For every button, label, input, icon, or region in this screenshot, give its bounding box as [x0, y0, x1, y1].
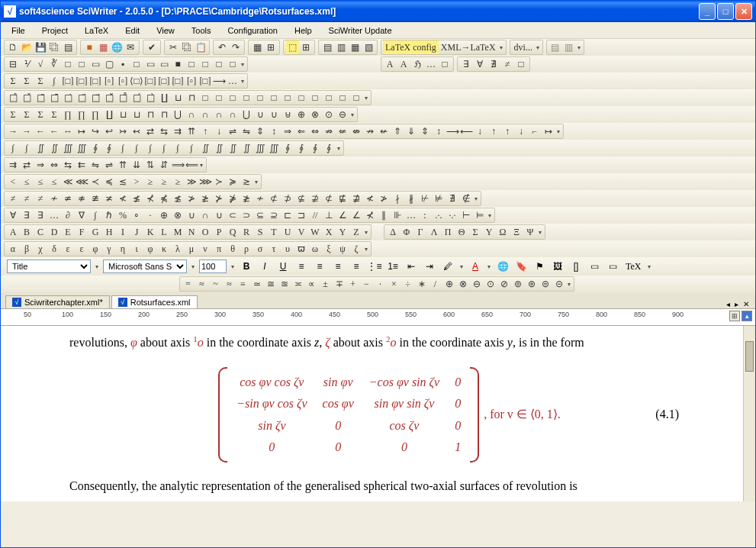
grid-icon[interactable]: ⊞ [299, 40, 313, 54]
font-select[interactable]: Microsoft Sans Serif [103, 259, 187, 273]
symbol-btn-11-14[interactable]: ν [198, 242, 212, 256]
menu-file[interactable]: File [8, 24, 28, 37]
symbol-row-9-dropdown[interactable]: ▾ [487, 212, 493, 219]
greekcap-btn-6[interactable]: Σ [468, 225, 482, 239]
symbol-btn-2-17[interactable]: □ [240, 91, 253, 105]
symbol-btn-3-11[interactable]: ⊓ [157, 108, 171, 121]
list-bullet-button[interactable]: ⋮≡ [367, 259, 382, 274]
tab-next-button[interactable]: ▸ [733, 300, 740, 308]
new-project-icon[interactable]: ▤ [61, 40, 75, 54]
quant-btn-2[interactable]: ∄ [487, 57, 500, 71]
mathop-btn-25[interactable]: ⊛ [525, 277, 539, 291]
symbol-btn-8-17[interactable]: ≵ [240, 192, 253, 205]
symbol-btn-8-0[interactable]: ≠ [6, 192, 20, 205]
symbol-btn-0-7[interactable]: ▢ [102, 57, 116, 71]
symbol-btn-4-39[interactable]: ↦ [542, 124, 555, 138]
mathop-btn-24[interactable]: ⊚ [511, 277, 525, 291]
symbol-btn-10-12[interactable]: M [171, 225, 185, 239]
mathop-btn-0[interactable]: = [182, 277, 195, 291]
symbol-btn-8-31[interactable]: ⊭ [432, 192, 446, 205]
symbol-btn-1-10[interactable]: [□] [143, 74, 157, 88]
symbol-btn-2-20[interactable]: □ [281, 91, 294, 105]
symbol-btn-8-21[interactable]: ⊈ [294, 192, 308, 205]
symbol-btn-4-38[interactable]: ⌐ [528, 124, 542, 138]
symbol-btn-3-23[interactable]: ⊙ [322, 108, 336, 121]
symbol-btn-9-21[interactable]: ⊐ [294, 208, 308, 222]
symbol-btn-3-22[interactable]: ⊗ [308, 108, 322, 121]
symbol-btn-3-8[interactable]: ⊔ [116, 108, 130, 121]
symbol-btn-8-22[interactable]: ⊉ [308, 192, 322, 205]
symbol-btn-9-16[interactable]: ⊂ [226, 208, 240, 222]
symbol-btn-4-4[interactable]: ↔ [61, 124, 75, 138]
symbol-btn-5-19[interactable]: ∭ [267, 141, 281, 155]
greekcap-btn-10[interactable]: Ψ [523, 225, 537, 239]
indent-dec-button[interactable]: ⇤ [404, 259, 419, 274]
symbol-btn-2-1[interactable]: □̌ [20, 91, 34, 105]
symbol-btn-10-1[interactable]: B [20, 225, 34, 239]
web-icon[interactable]: 🌐 [110, 40, 124, 54]
mathop-btn-13[interactable]: − [360, 277, 374, 291]
size-dropdown-icon[interactable]: ▾ [230, 263, 236, 270]
symbol-btn-1-4[interactable]: [□] [61, 74, 75, 88]
symbol-btn-10-11[interactable]: L [157, 225, 171, 239]
menu-edit[interactable]: Edit [122, 24, 143, 37]
font-color-dropdown[interactable]: ▾ [486, 263, 492, 270]
symbol-btn-10-4[interactable]: E [61, 225, 75, 239]
mathop-btn-14[interactable]: · [374, 277, 388, 291]
symbol-btn-5-13[interactable]: ∫ [185, 141, 198, 155]
symbol-btn-4-3[interactable]: ← [47, 124, 61, 138]
symbol-btn-4-12[interactable]: ⇉ [171, 124, 185, 138]
symbol-btn-2-19[interactable]: □ [267, 91, 281, 105]
symbol-btn-10-0[interactable]: A [6, 225, 20, 239]
symbol-btn-0-1[interactable]: ⅟ [20, 57, 34, 71]
italic-button[interactable]: I [257, 259, 272, 274]
symbol-btn-8-28[interactable]: ∤ [391, 192, 404, 205]
symbol-btn-8-19[interactable]: ⊄ [267, 192, 281, 205]
symbol-btn-3-16[interactable]: ∩ [226, 108, 240, 121]
symbol-btn-10-10[interactable]: K [143, 225, 157, 239]
greekcap-dropdown[interactable]: ▾ [537, 229, 543, 236]
layout4-icon[interactable]: ▧ [362, 40, 375, 54]
symbol-btn-8-1[interactable]: ≠ [20, 192, 34, 205]
symbol-btn-5-9[interactable]: ∫ [130, 141, 143, 155]
symbol-btn-6-10[interactable]: ⇅ [143, 158, 157, 172]
mathop-btn-8[interactable]: ≍ [291, 277, 305, 291]
doc-paragraph-1[interactable]: revolutions, φ about axis 1o in the coor… [69, 334, 709, 352]
symbol-btn-9-32[interactable]: ·.· [446, 208, 459, 222]
symbol-btn-11-20[interactable]: υ [281, 242, 294, 256]
symbol-btn-1-0[interactable]: Σ [6, 74, 20, 88]
symbol-btn-3-0[interactable]: Σ [6, 108, 20, 121]
mathop-btn-23[interactable]: ⊘ [497, 277, 511, 291]
symbol-btn-4-24[interactable]: ⇍ [336, 124, 349, 138]
tab-close-button[interactable]: ✕ [742, 300, 751, 308]
mathop-btn-2[interactable]: ~ [209, 277, 223, 291]
symbol-btn-5-14[interactable]: ∬ [198, 141, 212, 155]
latex-config-button[interactable]: LaTeX config [383, 40, 439, 54]
paragraph-style-select[interactable]: Title [7, 259, 91, 273]
mathfont-btn-2[interactable]: ℌ [410, 57, 424, 71]
symbol-btn-11-17[interactable]: ρ [240, 242, 253, 256]
symbol-btn-7-7[interactable]: ≼ [102, 175, 116, 189]
symbol-btn-8-29[interactable]: ∦ [404, 192, 418, 205]
xml-latex-button[interactable]: XML→LaTeX [439, 40, 498, 54]
globe-icon[interactable]: 🌐 [495, 259, 510, 274]
symbol-btn-11-1[interactable]: β [20, 242, 34, 256]
symbol-btn-11-18[interactable]: σ [253, 242, 267, 256]
symbol-btn-6-1[interactable]: ⇄ [20, 158, 34, 172]
symbol-btn-9-25[interactable]: ∠ [349, 208, 363, 222]
symbol-btn-4-19[interactable]: ↕ [267, 124, 281, 138]
symbol-btn-8-33[interactable]: ∉ [459, 192, 473, 205]
symbol-btn-0-0[interactable]: ⊟ [6, 57, 20, 71]
symbol-btn-0-9[interactable]: □ [130, 57, 143, 71]
symbol-btn-4-37[interactable]: ↓ [514, 124, 528, 138]
symbol-btn-3-19[interactable]: ∪ [267, 108, 281, 121]
symbol-btn-4-8[interactable]: ↣ [116, 124, 130, 138]
underline-button[interactable]: U [275, 259, 291, 274]
symbol-btn-11-15[interactable]: π [212, 242, 226, 256]
symbol-btn-10-23[interactable]: X [322, 225, 336, 239]
greekcap-btn-1[interactable]: Φ [400, 225, 413, 239]
symbol-btn-3-24[interactable]: ⊖ [336, 108, 349, 121]
mathop-btn-11[interactable]: ∓ [333, 277, 346, 291]
symbol-btn-2-5[interactable]: □̈ [75, 91, 88, 105]
mathop-btn-12[interactable]: + [346, 277, 360, 291]
